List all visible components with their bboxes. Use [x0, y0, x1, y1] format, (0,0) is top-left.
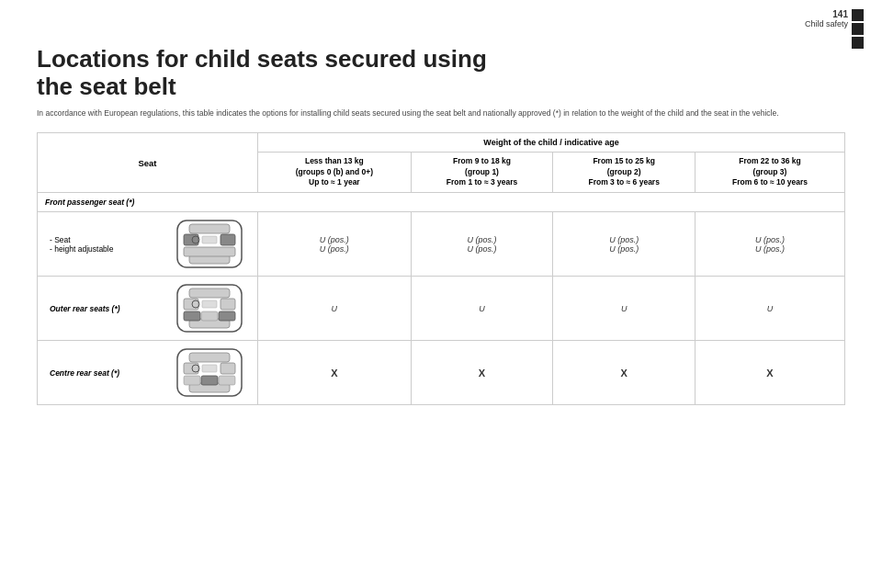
top-right-area: 141 Child safety [805, 9, 864, 49]
front-passenger-sub-row: - Seat - height adjustable [38, 212, 845, 277]
child-seat-table: Seat Weight of the child / indicative ag… [37, 132, 845, 406]
svg-rect-15 [201, 311, 218, 321]
svg-rect-13 [184, 311, 200, 321]
svg-rect-17 [202, 300, 217, 308]
weight-col-4: From 22 to 36 kg (group 3) From 6 to ≈ 1… [695, 152, 845, 193]
front-passenger-label: Front passenger seat (*) [38, 193, 845, 212]
front-seat-cell-3: U (pos.) U (pos.) [553, 212, 695, 277]
car-front-svg [173, 219, 246, 269]
car-image-centre-rear [165, 345, 253, 401]
svg-rect-25 [201, 376, 218, 385]
top-right-text: 141 Child safety [805, 9, 848, 28]
nav-squares [852, 9, 864, 49]
car-image-outer-rear [165, 280, 253, 336]
nav-square-2 [852, 23, 864, 35]
svg-rect-7 [202, 236, 217, 243]
front-passenger-header-row: Front passenger seat (*) [38, 193, 845, 212]
outer-rear-cell-3: U [553, 277, 695, 341]
front-seat-cell-2: U (pos.) U (pos.) [411, 212, 553, 277]
front-passenger-sub-items: - Seat - height adjustable [38, 212, 258, 277]
car-centre-rear-svg [173, 347, 246, 398]
centre-rear-seat-cell: Centre rear seat (*) [38, 341, 258, 405]
outer-rear-label: Outer rear seats (*) [42, 280, 165, 336]
main-title: Locations for child seats secured using … [37, 46, 845, 101]
centre-rear-label: Centre rear seat (*) [42, 345, 165, 401]
centre-rear-cell-4: X [695, 341, 845, 405]
height-sub-row: - height adjustable [50, 244, 158, 254]
svg-rect-19 [189, 353, 230, 362]
outer-rear-cell-4: U [695, 277, 845, 341]
svg-rect-24 [219, 376, 235, 385]
svg-rect-1 [189, 224, 230, 233]
car-image-front [165, 216, 253, 272]
nav-square-1 [852, 9, 864, 21]
outer-rear-row: Outer rear seats (*) [38, 277, 845, 341]
section-name: Child safety [805, 19, 848, 28]
centre-rear-row: Centre rear seat (*) [38, 341, 845, 405]
table-header-row-1: Seat Weight of the child / indicative ag… [38, 132, 845, 152]
svg-rect-27 [202, 365, 217, 372]
weight-col-1: Less than 13 kg (groups 0 (b) and 0+) Up… [258, 152, 412, 193]
outer-rear-seat-cell: Outer rear seats (*) [38, 277, 258, 341]
subtitle: In accordance with European regulations,… [37, 108, 818, 119]
weight-header: Weight of the child / indicative age [258, 132, 845, 152]
centre-rear-cell-3: X [553, 341, 695, 405]
svg-rect-12 [220, 299, 235, 310]
svg-rect-4 [220, 234, 235, 245]
svg-rect-14 [219, 311, 235, 321]
sub-items-text: - Seat - height adjustable [42, 216, 165, 272]
seat-sub-row: - Seat [50, 235, 158, 244]
centre-rear-cell-2: X [411, 341, 553, 405]
page-number: 141 [832, 9, 848, 19]
outer-rear-cell-2: U [411, 277, 553, 341]
page-container: 141 Child safety Locations for child sea… [0, 0, 882, 588]
front-seat-cell-1: U (pos.) U (pos.) [258, 212, 412, 277]
front-seat-cell-4: U (pos.) U (pos.) [695, 212, 845, 277]
car-outer-rear-svg [173, 283, 246, 334]
weight-col-3: From 15 to 25 kg (group 2) From 3 to ≈ 6… [553, 152, 695, 193]
outer-rear-cell-1: U [258, 277, 412, 341]
nav-square-3 [852, 37, 864, 49]
centre-rear-cell-1: X [258, 341, 412, 405]
svg-rect-22 [220, 363, 235, 374]
svg-rect-23 [184, 376, 200, 385]
svg-rect-5 [184, 247, 235, 256]
svg-rect-9 [189, 288, 230, 298]
seat-column-header: Seat [38, 132, 258, 193]
weight-col-2: From 9 to 18 kg (group 1) From 1 to ≈ 3 … [411, 152, 553, 193]
